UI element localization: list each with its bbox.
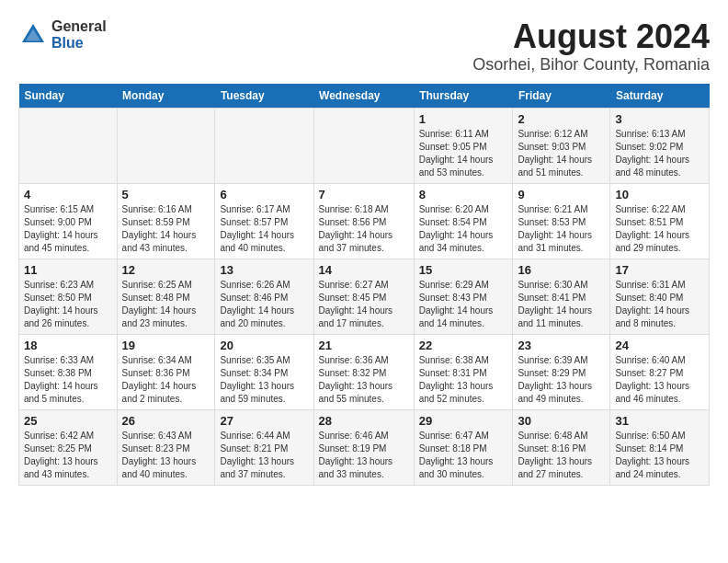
calendar-week-row: 4Sunrise: 6:15 AM Sunset: 9:00 PM Daylig… <box>19 183 710 259</box>
calendar-cell: 17Sunrise: 6:31 AM Sunset: 8:40 PM Dayli… <box>610 259 710 334</box>
weekday-header: Saturday <box>610 84 710 109</box>
calendar-cell: 13Sunrise: 6:26 AM Sunset: 8:46 PM Dayli… <box>215 259 313 334</box>
day-detail: Sunrise: 6:47 AM Sunset: 8:18 PM Dayligh… <box>419 431 494 479</box>
day-detail: Sunrise: 6:25 AM Sunset: 8:48 PM Dayligh… <box>122 280 197 328</box>
day-number: 20 <box>220 339 308 352</box>
calendar-cell: 7Sunrise: 6:18 AM Sunset: 8:56 PM Daylig… <box>313 183 414 259</box>
calendar-cell: 4Sunrise: 6:15 AM Sunset: 9:00 PM Daylig… <box>19 183 118 259</box>
day-number: 27 <box>220 414 308 428</box>
day-number: 5 <box>122 188 210 201</box>
day-detail: Sunrise: 6:43 AM Sunset: 8:23 PM Dayligh… <box>122 431 197 479</box>
calendar-cell: 3Sunrise: 6:13 AM Sunset: 9:02 PM Daylig… <box>610 108 710 183</box>
calendar-cell: 23Sunrise: 6:39 AM Sunset: 8:29 PM Dayli… <box>513 334 610 409</box>
day-number: 19 <box>122 339 210 352</box>
day-number: 23 <box>518 339 605 352</box>
calendar-cell: 15Sunrise: 6:29 AM Sunset: 8:43 PM Dayli… <box>414 259 513 334</box>
day-number: 9 <box>518 188 605 201</box>
day-number: 10 <box>615 188 704 201</box>
day-number: 30 <box>518 414 605 428</box>
day-detail: Sunrise: 6:27 AM Sunset: 8:45 PM Dayligh… <box>319 280 393 328</box>
day-detail: Sunrise: 6:50 AM Sunset: 8:14 PM Dayligh… <box>615 431 689 479</box>
day-detail: Sunrise: 6:44 AM Sunset: 8:21 PM Dayligh… <box>220 431 294 479</box>
calendar-week-row: 1Sunrise: 6:11 AM Sunset: 9:05 PM Daylig… <box>19 108 710 183</box>
day-number: 16 <box>518 263 605 277</box>
calendar-cell: 10Sunrise: 6:22 AM Sunset: 8:51 PM Dayli… <box>610 183 710 259</box>
logo-icon <box>18 20 48 50</box>
calendar-cell: 21Sunrise: 6:36 AM Sunset: 8:32 PM Dayli… <box>313 334 414 409</box>
day-number: 11 <box>24 263 112 277</box>
day-number: 12 <box>122 263 210 277</box>
calendar-cell: 5Sunrise: 6:16 AM Sunset: 8:59 PM Daylig… <box>117 183 215 259</box>
calendar-cell <box>313 108 414 183</box>
day-detail: Sunrise: 6:18 AM Sunset: 8:56 PM Dayligh… <box>319 204 393 253</box>
calendar-cell: 18Sunrise: 6:33 AM Sunset: 8:38 PM Dayli… <box>19 334 118 409</box>
day-detail: Sunrise: 6:17 AM Sunset: 8:57 PM Dayligh… <box>220 204 294 253</box>
calendar-cell: 26Sunrise: 6:43 AM Sunset: 8:23 PM Dayli… <box>117 409 215 485</box>
day-number: 6 <box>220 188 308 201</box>
page-subtitle: Osorhei, Bihor County, Romania <box>472 55 710 75</box>
calendar-cell: 20Sunrise: 6:35 AM Sunset: 8:34 PM Dayli… <box>215 334 313 409</box>
day-detail: Sunrise: 6:46 AM Sunset: 8:19 PM Dayligh… <box>319 431 393 479</box>
day-detail: Sunrise: 6:48 AM Sunset: 8:16 PM Dayligh… <box>518 431 592 479</box>
calendar-cell: 19Sunrise: 6:34 AM Sunset: 8:36 PM Dayli… <box>117 334 215 409</box>
weekday-header: Tuesday <box>215 84 313 109</box>
calendar-cell: 6Sunrise: 6:17 AM Sunset: 8:57 PM Daylig… <box>215 183 313 259</box>
calendar-cell: 8Sunrise: 6:20 AM Sunset: 8:54 PM Daylig… <box>414 183 513 259</box>
day-detail: Sunrise: 6:13 AM Sunset: 9:02 PM Dayligh… <box>615 129 689 178</box>
day-detail: Sunrise: 6:21 AM Sunset: 8:53 PM Dayligh… <box>518 204 592 253</box>
calendar-week-row: 11Sunrise: 6:23 AM Sunset: 8:50 PM Dayli… <box>19 259 710 334</box>
day-number: 25 <box>24 414 112 428</box>
day-number: 8 <box>419 188 508 201</box>
day-number: 7 <box>319 188 409 201</box>
day-detail: Sunrise: 6:15 AM Sunset: 9:00 PM Dayligh… <box>24 204 98 253</box>
calendar-cell <box>19 108 118 183</box>
day-number: 29 <box>419 414 508 428</box>
calendar-cell: 22Sunrise: 6:38 AM Sunset: 8:31 PM Dayli… <box>414 334 513 409</box>
day-number: 22 <box>419 339 508 352</box>
day-detail: Sunrise: 6:34 AM Sunset: 8:36 PM Dayligh… <box>122 355 197 404</box>
day-detail: Sunrise: 6:22 AM Sunset: 8:51 PM Dayligh… <box>615 204 689 253</box>
day-detail: Sunrise: 6:12 AM Sunset: 9:03 PM Dayligh… <box>518 129 592 178</box>
calendar-cell <box>117 108 215 183</box>
calendar-table: SundayMondayTuesdayWednesdayThursdayFrid… <box>18 84 710 486</box>
day-number: 15 <box>419 263 508 277</box>
day-detail: Sunrise: 6:16 AM Sunset: 8:59 PM Dayligh… <box>122 204 197 253</box>
weekday-header: Friday <box>513 84 610 109</box>
calendar-cell <box>215 108 313 183</box>
day-detail: Sunrise: 6:20 AM Sunset: 8:54 PM Dayligh… <box>419 204 494 253</box>
day-detail: Sunrise: 6:42 AM Sunset: 8:25 PM Dayligh… <box>24 431 98 479</box>
calendar-cell: 24Sunrise: 6:40 AM Sunset: 8:27 PM Dayli… <box>610 334 710 409</box>
calendar-cell: 31Sunrise: 6:50 AM Sunset: 8:14 PM Dayli… <box>610 409 710 485</box>
day-detail: Sunrise: 6:40 AM Sunset: 8:27 PM Dayligh… <box>615 355 689 404</box>
calendar-cell: 16Sunrise: 6:30 AM Sunset: 8:41 PM Dayli… <box>513 259 610 334</box>
logo: General Blue <box>18 18 107 51</box>
day-detail: Sunrise: 6:23 AM Sunset: 8:50 PM Dayligh… <box>24 280 98 328</box>
calendar-cell: 27Sunrise: 6:44 AM Sunset: 8:21 PM Dayli… <box>215 409 313 485</box>
day-detail: Sunrise: 6:36 AM Sunset: 8:32 PM Dayligh… <box>319 355 393 404</box>
calendar-cell: 29Sunrise: 6:47 AM Sunset: 8:18 PM Dayli… <box>414 409 513 485</box>
day-number: 17 <box>615 263 704 277</box>
weekday-header: Monday <box>117 84 215 109</box>
calendar-cell: 11Sunrise: 6:23 AM Sunset: 8:50 PM Dayli… <box>19 259 118 334</box>
calendar-cell: 25Sunrise: 6:42 AM Sunset: 8:25 PM Dayli… <box>19 409 118 485</box>
day-detail: Sunrise: 6:30 AM Sunset: 8:41 PM Dayligh… <box>518 280 592 328</box>
day-detail: Sunrise: 6:39 AM Sunset: 8:29 PM Dayligh… <box>518 355 592 404</box>
day-number: 26 <box>122 414 210 428</box>
calendar-cell: 9Sunrise: 6:21 AM Sunset: 8:53 PM Daylig… <box>513 183 610 259</box>
calendar-header-row: SundayMondayTuesdayWednesdayThursdayFrid… <box>19 84 710 109</box>
day-number: 3 <box>615 112 704 126</box>
calendar-cell: 2Sunrise: 6:12 AM Sunset: 9:03 PM Daylig… <box>513 108 610 183</box>
weekday-header: Wednesday <box>313 84 414 109</box>
day-number: 4 <box>24 188 112 201</box>
day-detail: Sunrise: 6:35 AM Sunset: 8:34 PM Dayligh… <box>220 355 294 404</box>
day-number: 2 <box>518 112 605 126</box>
logo-blue: Blue <box>51 35 107 52</box>
calendar-cell: 14Sunrise: 6:27 AM Sunset: 8:45 PM Dayli… <box>313 259 414 334</box>
calendar-cell: 30Sunrise: 6:48 AM Sunset: 8:16 PM Dayli… <box>513 409 610 485</box>
day-number: 28 <box>319 414 409 428</box>
page-header: General Blue August 2024 Osorhei, Bihor … <box>18 18 710 75</box>
logo-text: General Blue <box>51 18 107 51</box>
page-title: August 2024 <box>472 18 710 55</box>
logo-general: General <box>51 18 107 35</box>
day-detail: Sunrise: 6:31 AM Sunset: 8:40 PM Dayligh… <box>615 280 689 328</box>
